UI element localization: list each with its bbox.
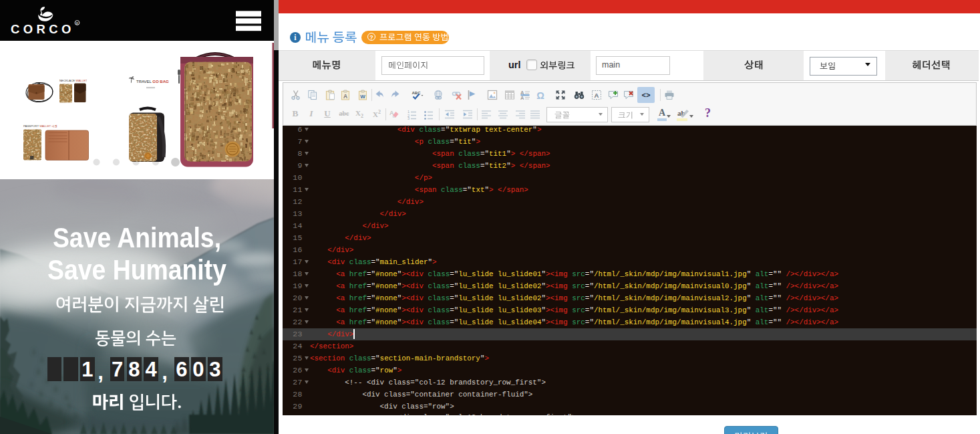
svg-text:PASSPORT WALLET 여권: PASSPORT WALLET 여권 bbox=[23, 124, 57, 128]
svg-text:A: A bbox=[595, 92, 599, 99]
svg-text:TRAVEL GO BAG: TRAVEL GO BAG bbox=[136, 80, 169, 84]
svg-text:<>: <> bbox=[641, 92, 651, 100]
svg-text:A: A bbox=[343, 93, 347, 100]
svg-text:ABC: ABC bbox=[412, 91, 422, 95]
svg-text:A: A bbox=[520, 95, 524, 100]
svg-text:NECKLACE WALLET: NECKLACE WALLET bbox=[59, 79, 88, 82]
svg-text:CORCO: CORCO bbox=[11, 22, 75, 36]
svg-text:Ω: Ω bbox=[536, 90, 544, 101]
svg-text:3: 3 bbox=[407, 116, 410, 120]
svg-text:W: W bbox=[360, 94, 365, 100]
svg-text:R: R bbox=[76, 22, 79, 25]
